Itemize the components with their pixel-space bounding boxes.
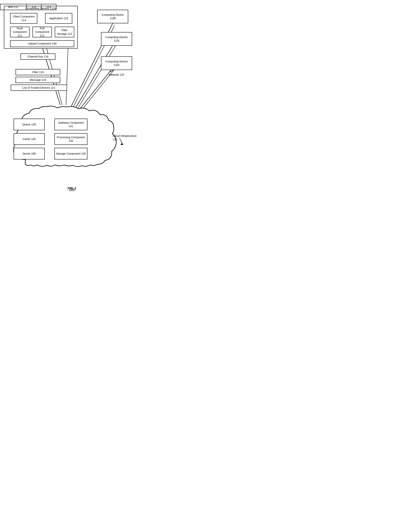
server-label: Server 165 <box>22 152 36 155</box>
channel-key-box: Channel Key 116 <box>21 53 55 60</box>
push-component-box: Push Component 111 <box>10 27 30 37</box>
gateway-component-label: Gateway Component 131 <box>56 121 86 128</box>
figure-number-container: 100 <box>0 187 144 193</box>
client-component-label: Client Component 114 <box>12 15 36 22</box>
svg-marker-12 <box>120 143 123 145</box>
server-box: Server 165 <box>14 148 45 159</box>
pull-component-box: Pull Component 112 <box>32 27 52 37</box>
computing-device-110b-box: Computing Device 110b <box>97 10 128 23</box>
upload-component-box: Upload Component 108 <box>10 40 74 47</box>
storage-component-label: Storage Component 133 <box>56 152 86 155</box>
queue-label: Queue 135 <box>22 123 36 126</box>
filter-storage-label: Filter Storage 113 <box>56 28 73 35</box>
network-label: Network 120 <box>109 73 124 76</box>
list-trusted-devices-label: List of Trusted Devices 121 <box>22 86 55 90</box>
push-component-label: Push Component 111 <box>12 27 28 37</box>
message-119-label: Message 119 <box>30 78 46 82</box>
client-component-box: Client Component 114 <box>10 13 37 24</box>
upload-component-label: Upload Component 108 <box>28 42 57 45</box>
computing-device-110n-label: Computing Device 110n <box>103 60 130 67</box>
figure-number: 100 <box>0 187 144 191</box>
channel-key-label: Channel Key 116 <box>27 55 48 58</box>
filter-storage-box: Filter Storage 113 <box>55 27 74 37</box>
computing-device-110c-box: Computing Device 110c <box>101 32 132 46</box>
application-box: Application 115 <box>45 13 72 24</box>
pull-component-label: Pull Component 112 <box>34 27 50 37</box>
cloud-infrastructure-label: Cloud Infrastructure 130 <box>113 134 140 141</box>
svg-line-2 <box>66 49 68 105</box>
storage-component-box: Storage Component 133 <box>54 148 88 159</box>
processing-component-label: Processing Component 132 <box>56 136 86 142</box>
filter-118-label: Filter 118 <box>32 70 43 74</box>
computing-device-110b-label: Computing Device 110b <box>99 13 127 20</box>
processing-component-box: Processing Component 132 <box>54 133 88 145</box>
queue-box: Queue 135 <box>14 119 45 130</box>
list-trusted-devices-box: List of Trusted Devices 121 <box>11 84 67 91</box>
cache-label: Cache 145 <box>22 137 36 141</box>
computing-device-110n-box: Computing Device 110n <box>101 56 132 70</box>
computing-device-110c-label: Computing Device 110c <box>103 35 130 42</box>
filter-118-box: Filter 118 <box>16 69 60 75</box>
gateway-component-box: Gateway Component 131 <box>54 119 88 130</box>
cache-box: Cache 145 <box>14 133 45 145</box>
application-label: Application 115 <box>49 16 68 20</box>
computing-device-110a-box: Computing Device 110a Client Component 1… <box>4 6 78 49</box>
message-119-box: Message 119 <box>16 77 60 83</box>
computing-device-110a-label: Computing Device 110a <box>4 6 77 11</box>
